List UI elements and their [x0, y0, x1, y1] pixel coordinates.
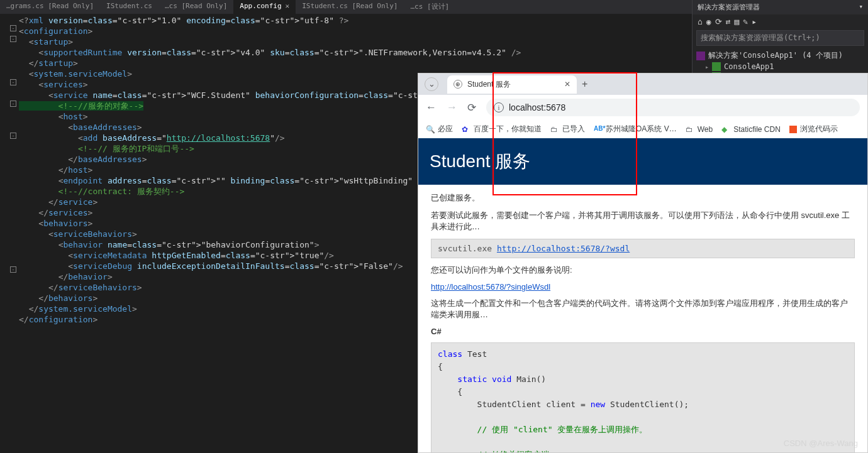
- tab[interactable]: …cs [Read Only]: [159, 0, 233, 14]
- fold-icon[interactable]: -: [10, 133, 16, 139]
- bookmark[interactable]: AB*苏州城隆OA系统 V…: [594, 124, 677, 134]
- tab[interactable]: IStudent.cs [Read Only]: [296, 0, 404, 14]
- fold-icon[interactable]: -: [10, 79, 16, 85]
- panel-menu-icon[interactable]: ▾: [859, 3, 863, 12]
- bookmark-label: Staticfile CDN: [733, 125, 781, 134]
- tab[interactable]: …grams.cs [Read Only]: [0, 0, 100, 14]
- fold-icon[interactable]: -: [10, 101, 16, 107]
- tree-row[interactable]: ▸ConsoleApp1: [696, 62, 864, 72]
- toolbar: ⌂ ◉ ⟳ ⇄ ▤ ✎ ▸: [693, 14, 868, 29]
- favicon-icon: ⊕: [453, 80, 462, 89]
- tree-label: 解决方案'ConsoleApp1' (4 个项目): [708, 50, 843, 61]
- bookmark-label: 浏览代码示: [800, 124, 838, 134]
- wsdl-link[interactable]: http://localhost:5678/?wsdl: [497, 244, 630, 253]
- back-button[interactable]: ←: [426, 101, 437, 114]
- text: 您还可以访问作为单个文件的服务说明:: [431, 265, 855, 276]
- watermark: CSDN @Ares-Wang: [784, 439, 858, 448]
- solution-icon: [696, 52, 705, 60]
- tree-row[interactable]: 解决方案'ConsoleApp1' (4 个项目): [696, 50, 864, 62]
- shield-icon: ◆: [721, 125, 730, 134]
- bookmark-label: Web: [698, 125, 713, 134]
- bookmark[interactable]: ◆Staticfile CDN: [721, 125, 781, 134]
- gutter: - - - - - -: [0, 14, 18, 453]
- forward-button[interactable]: →: [447, 101, 457, 114]
- properties-icon[interactable]: ✎: [743, 17, 748, 26]
- panel-title-text: 解决方案资源管理器: [698, 3, 760, 12]
- tree-label: ConsoleApp1: [724, 62, 774, 71]
- bookmark[interactable]: 浏览代码示: [789, 124, 838, 134]
- editor-tabs: …grams.cs [Read Only] IStudent.cs …cs [R…: [0, 0, 692, 14]
- bookmark-bar: 🔍必应 ✿百度一下，你就知道 🗀已导入 AB*苏州城隆OA系统 V… 🗀Web …: [418, 120, 867, 138]
- folder-icon: 🗀: [550, 125, 559, 134]
- singlewsdl-link[interactable]: http://localhost:5678/?singleWsdl: [431, 282, 550, 292]
- search-icon: 🔍: [426, 125, 435, 134]
- close-icon[interactable]: ✕: [564, 80, 570, 89]
- sync-icon[interactable]: ⇄: [726, 17, 731, 26]
- fold-icon[interactable]: -: [10, 36, 16, 42]
- tab[interactable]: IStudent.cs: [100, 0, 159, 14]
- collapse-icon[interactable]: ▸: [752, 17, 757, 26]
- csproj-icon: [712, 62, 721, 71]
- showall-icon[interactable]: ▤: [734, 17, 739, 26]
- close-icon[interactable]: ✕: [286, 2, 290, 10]
- bookmark-label: 已导入: [562, 124, 585, 134]
- bookmark[interactable]: 🔍必应: [426, 124, 453, 134]
- cmd-text: svcutil.exe: [438, 244, 497, 253]
- tab[interactable]: …cs [设计]: [404, 0, 455, 14]
- abf-icon: AB*: [594, 125, 603, 134]
- browser-tabbar: ⌄ ⊕ Student 服务 ✕ +: [418, 74, 867, 95]
- lang-label-text: C#: [431, 327, 442, 336]
- chevron-right-icon: ▸: [705, 63, 709, 70]
- tab-label: App.config: [240, 2, 281, 10]
- site-info-icon[interactable]: i: [494, 102, 504, 112]
- page-body: 已创建服务。 若要测试此服务，需要创建一个客户端，并将其用于调用该服务。可以使用…: [418, 185, 867, 452]
- command-box: svcutil.exe http://localhost:5678/?wsdl: [431, 239, 855, 258]
- tab-active[interactable]: App.config✕: [233, 0, 296, 14]
- fold-icon[interactable]: -: [10, 266, 16, 273]
- text: 若要测试此服务，需要创建一个客户端，并将其用于调用该服务。可以使用下列语法，从命…: [431, 210, 855, 232]
- bookmark-label: 百度一下，你就知道: [474, 124, 542, 134]
- fold-icon[interactable]: -: [10, 25, 16, 31]
- tab-search-button[interactable]: ⌄: [425, 77, 438, 91]
- browser-tab[interactable]: ⊕ Student 服务 ✕: [447, 75, 577, 94]
- bookmark[interactable]: ✿百度一下，你就知道: [462, 124, 542, 134]
- ms-icon: [789, 126, 797, 133]
- csharp-code: class Test { static void Main() { Studen…: [431, 342, 855, 452]
- folder-icon: 🗀: [686, 125, 694, 134]
- bookmark[interactable]: 🗀Web: [686, 125, 713, 134]
- text: 已创建服务。: [431, 192, 855, 204]
- refresh-icon[interactable]: ⟳: [715, 17, 722, 26]
- baidu-icon: ✿: [462, 125, 470, 134]
- refresh-button[interactable]: ⟳: [467, 101, 476, 114]
- url-text: localhost:5678: [509, 102, 565, 112]
- browser-tab-title: Student 服务: [467, 79, 559, 90]
- bookmark-label: 必应: [438, 124, 453, 134]
- address-bar[interactable]: i localhost:5678: [486, 99, 860, 116]
- bookmark-label: 苏州城隆OA系统 V…: [606, 124, 677, 134]
- address-bar-row: ← → ⟳ i localhost:5678: [418, 95, 867, 120]
- lang-label: C#: [431, 327, 855, 336]
- browser-window: ⌄ ⊕ Student 服务 ✕ + ← → ⟳ i localhost:567…: [418, 73, 868, 453]
- bookmark[interactable]: 🗀已导入: [550, 124, 585, 134]
- new-tab-button[interactable]: +: [582, 79, 587, 90]
- toggle-icon[interactable]: ◉: [706, 17, 711, 26]
- page-banner: Student 服务: [418, 138, 867, 185]
- home-icon[interactable]: ⌂: [698, 17, 703, 26]
- text: 这将生成一个配置文件和一个包含客户端类的代码文件。请将这两个文件添加到客户端应用…: [431, 298, 855, 320]
- browser-content: Student 服务 已创建服务。 若要测试此服务，需要创建一个客户端，并将其用…: [418, 138, 867, 452]
- search-input[interactable]: 搜索解决方案资源管理器(Ctrl+;): [696, 30, 864, 46]
- panel-title: 解决方案资源管理器▾: [693, 0, 868, 14]
